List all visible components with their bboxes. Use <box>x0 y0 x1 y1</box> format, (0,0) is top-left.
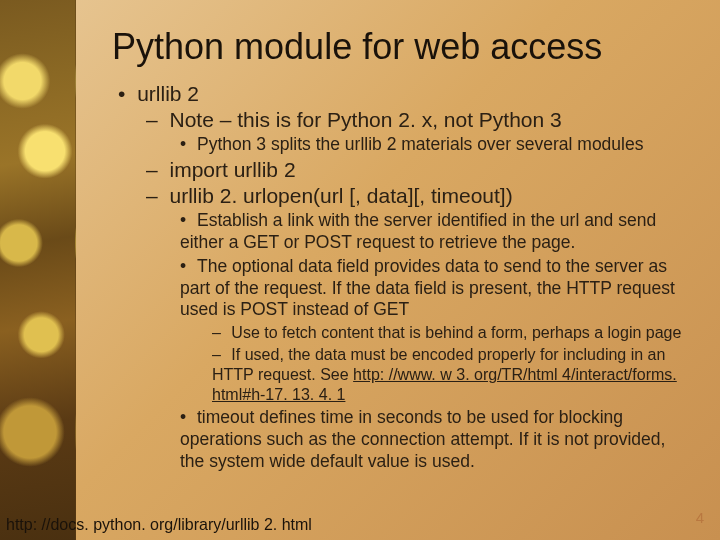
footer-url: http: //docs. python. org/library/urllib… <box>6 516 312 534</box>
bullet-lvl2: Note – this is for Python 2. x, not Pyth… <box>146 108 692 132</box>
bullet-lvl3: Python 3 splits the urllib 2 materials o… <box>180 134 692 156</box>
slide-title: Python module for web access <box>112 26 692 68</box>
bullet-lvl1: urllib 2 <box>118 82 692 106</box>
page-number: 4 <box>696 509 704 526</box>
bullet-lvl2: urllib 2. urlopen(url [, data][, timeout… <box>146 184 692 208</box>
bullet-lvl3: The optional data field provides data to… <box>180 256 692 322</box>
bullet-lvl3: Establish a link with the server identif… <box>180 210 692 254</box>
bullet-lvl4: Use to fetch content that is behind a fo… <box>212 323 692 343</box>
decorative-leaf-strip <box>0 0 76 540</box>
bullet-lvl2: import urllib 2 <box>146 158 692 182</box>
bullet-lvl3: timeout defines time in seconds to be us… <box>180 407 692 473</box>
bullet-list: urllib 2 Note – this is for Python 2. x,… <box>106 82 692 473</box>
bullet-lvl4: If used, the data must be encoded proper… <box>212 345 692 405</box>
slide-body: Python module for web access urllib 2 No… <box>76 0 720 540</box>
